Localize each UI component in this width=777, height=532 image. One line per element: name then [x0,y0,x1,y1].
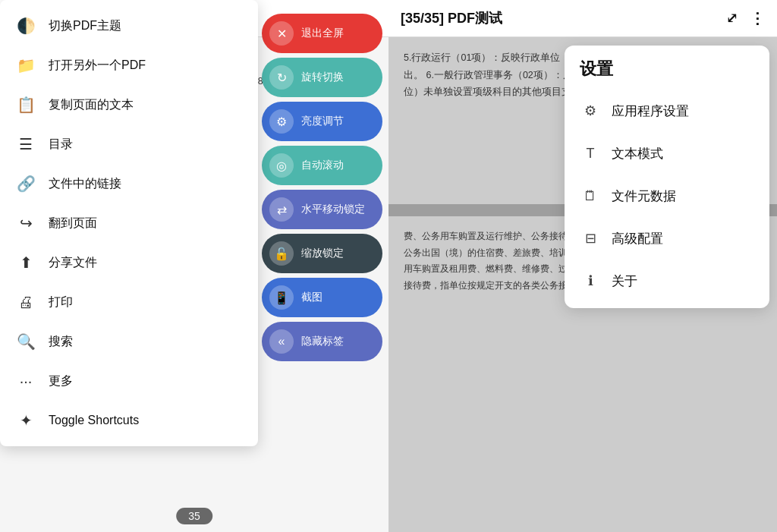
hide-tags-icon: « [269,329,294,354]
settings-item-advanced[interactable]: ⊟高级配置 [565,217,769,260]
circ-btn-screenshot[interactable]: 📱截图 [262,278,382,317]
menu-item-toggle-shortcuts[interactable]: ✦Toggle Shortcuts [0,401,258,440]
app-settings-settings-icon: ⚙ [580,100,601,121]
copy-text-icon: 📋 [15,94,36,115]
brightness-icon: ⚙ [269,109,294,134]
auto-scroll-label: 自动滚动 [301,159,344,172]
search-icon: 🔍 [15,331,36,352]
menu-item-goto-page[interactable]: ↪翻到页面 [0,203,258,243]
settings-title: 设置 [565,58,769,90]
advanced-settings-icon: ⊟ [580,228,601,249]
right-header: [35/35] PDF测试 ⤢ ⋮ [388,0,777,37]
toc-icon: ☰ [15,134,36,155]
toggle-shortcuts-label: Toggle Shortcuts [49,414,139,427]
search-label: 搜索 [49,334,73,350]
menu-item-links[interactable]: 🔗文件中的链接 [0,164,258,203]
expand-icon[interactable]: ⤢ [726,10,738,27]
brightness-label: 亮度调节 [301,115,344,128]
menu-item-more[interactable]: ···更多 [0,361,258,401]
menu-item-open-pdf[interactable]: 📁打开另外一个PDF [0,46,258,85]
goto-page-icon: ↪ [15,212,36,234]
print-label: 打印 [49,294,73,310]
switch-theme-icon: 🌓 [15,15,36,36]
unlock-label: 缩放锁定 [301,247,344,260]
horizontal-lock-label: 水平移动锁定 [301,203,365,216]
more-label: 更多 [49,373,73,389]
more-icon[interactable]: ⋮ [750,9,765,27]
left-panel: [35/35] PDF测试 事业发展目标所发生的支出。 8.社会保障和就业（ 款… [0,0,388,532]
menu-item-switch-theme[interactable]: 🌓切换PDF主题 [0,6,258,46]
circular-buttons-container: ✕退出全屏↻旋转切换⚙亮度调节◎自动滚动⇄水平移动锁定🔓缩放锁定📱截图«隐藏标签 [256,8,388,367]
exit-fullscreen-label: 退出全屏 [301,27,344,40]
screenshot-icon: 📱 [269,285,294,310]
menu-item-print[interactable]: 🖨打印 [0,282,258,322]
about-settings-label: 关于 [612,272,637,290]
switch-theme-label: 切换PDF主题 [49,18,121,34]
links-icon: 🔗 [15,173,36,194]
share-icon: ⬆ [15,252,36,273]
app-settings-settings-label: 应用程序设置 [612,102,689,120]
file-meta-settings-icon: 🗒 [580,185,601,206]
settings-item-text-mode[interactable]: T文本模式 [565,132,769,175]
goto-page-label: 翻到页面 [49,216,97,231]
more-icon: ··· [15,370,36,392]
menu-item-copy-text[interactable]: 📋复制页面的文本 [0,85,258,124]
rotate-label: 旋转切换 [301,71,344,84]
about-settings-icon: ℹ [580,270,601,291]
text-mode-settings-label: 文本模式 [612,145,663,162]
circ-btn-exit-fullscreen[interactable]: ✕退出全屏 [262,14,382,53]
rotate-icon: ↻ [269,65,294,90]
screenshot-label: 截图 [301,291,322,304]
menu-item-search[interactable]: 🔍搜索 [0,322,258,361]
menu-item-toc[interactable]: ☰目录 [0,124,258,164]
context-menu: 🌓切换PDF主题📁打开另外一个PDF📋复制页面的文本☰目录🔗文件中的链接↪翻到页… [0,0,258,446]
open-pdf-label: 打开另外一个PDF [49,58,146,74]
hide-tags-label: 隐藏标签 [301,335,344,348]
right-header-title: [35/35] PDF测试 [401,9,502,27]
open-pdf-icon: 📁 [15,55,36,76]
links-label: 文件中的链接 [49,176,121,192]
settings-item-file-meta[interactable]: 🗒文件元数据 [565,175,769,217]
copy-text-label: 复制页面的文本 [49,97,134,113]
settings-item-app-settings[interactable]: ⚙应用程序设置 [565,90,769,132]
settings-card: 设置 ⚙应用程序设置T文本模式🗒文件元数据⊟高级配置ℹ关于 [565,46,769,308]
file-meta-settings-label: 文件元数据 [612,187,676,205]
toggle-shortcuts-icon: ✦ [15,410,36,431]
text-mode-settings-icon: T [580,143,601,164]
circ-btn-horizontal-lock[interactable]: ⇄水平移动锁定 [262,190,382,229]
auto-scroll-icon: ◎ [269,153,294,178]
exit-fullscreen-icon: ✕ [269,21,294,46]
circ-btn-rotate[interactable]: ↻旋转切换 [262,58,382,97]
circ-btn-auto-scroll[interactable]: ◎自动滚动 [262,146,382,185]
circ-btn-brightness[interactable]: ⚙亮度调节 [262,102,382,141]
circ-btn-hide-tags[interactable]: «隐藏标签 [262,322,382,361]
page-number: 35 [176,508,212,524]
toc-label: 目录 [49,137,73,153]
right-panel: [35/35] PDF测试 ⤢ ⋮ 5.行政运行（01项）：反映行政单位（包括实… [388,0,777,532]
circ-btn-unlock[interactable]: 🔓缩放锁定 [262,234,382,273]
share-label: 分享文件 [49,255,97,271]
settings-item-about[interactable]: ℹ关于 [565,260,769,302]
right-header-icons: ⤢ ⋮ [726,9,765,27]
unlock-icon: 🔓 [269,241,294,266]
print-icon: 🖨 [15,291,36,313]
advanced-settings-label: 高级配置 [612,230,663,247]
menu-item-share[interactable]: ⬆分享文件 [0,243,258,282]
horizontal-lock-icon: ⇄ [269,197,294,222]
